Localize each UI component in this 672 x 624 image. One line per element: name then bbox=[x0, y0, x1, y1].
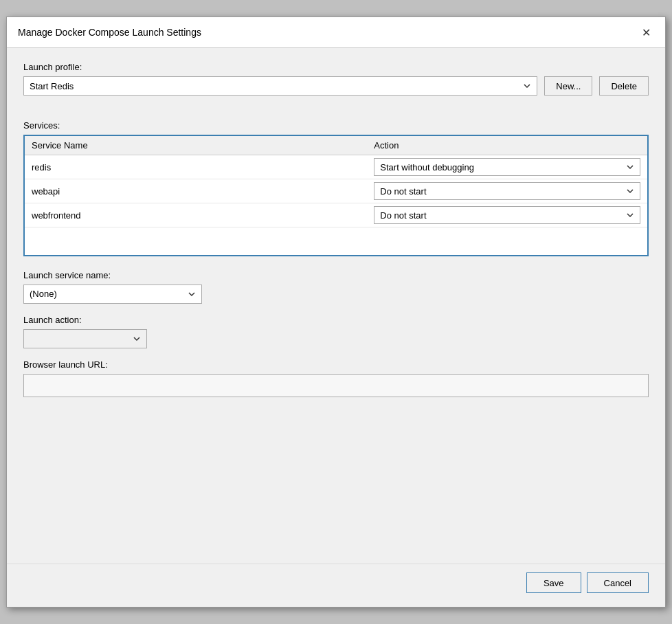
new-button[interactable]: New... bbox=[544, 76, 592, 96]
launch-profile-select[interactable]: Start Redis bbox=[23, 76, 537, 96]
action-cell-webapi[interactable]: Start without debugging Do not start Sta… bbox=[367, 179, 647, 203]
service-name-redis: redis bbox=[25, 155, 367, 179]
browser-url-input[interactable] bbox=[23, 374, 649, 397]
column-header-action: Action bbox=[367, 136, 647, 155]
services-section: Services: Service Name Action redis bbox=[23, 120, 649, 256]
launch-action-select[interactable] bbox=[23, 329, 147, 348]
action-select-redis[interactable]: Start without debugging Do not start Sta… bbox=[374, 158, 640, 176]
launch-profile-section: Launch profile: Start Redis New... Delet… bbox=[23, 62, 649, 109]
title-bar: Manage Docker Compose Launch Settings ✕ bbox=[7, 17, 665, 48]
dialog-footer: Save Cancel bbox=[7, 564, 665, 607]
table-row: webapi Start without debugging Do not st… bbox=[25, 179, 647, 203]
launch-action-label: Launch action: bbox=[23, 315, 649, 325]
launch-service-select[interactable]: (None) bbox=[23, 285, 202, 304]
launch-profile-label: Launch profile: bbox=[23, 62, 649, 72]
dialog: Manage Docker Compose Launch Settings ✕ … bbox=[6, 16, 666, 608]
action-select-webfrontend[interactable]: Start without debugging Do not start Sta… bbox=[374, 206, 640, 224]
launch-action-section: Launch action: bbox=[23, 315, 649, 348]
launch-service-section: Launch service name: (None) bbox=[23, 270, 649, 304]
delete-button[interactable]: Delete bbox=[599, 76, 649, 96]
dialog-body: Launch profile: Start Redis New... Delet… bbox=[7, 48, 665, 564]
services-label: Services: bbox=[23, 120, 649, 131]
table-header-row: Service Name Action bbox=[25, 136, 647, 155]
dialog-title: Manage Docker Compose Launch Settings bbox=[18, 27, 201, 38]
table-row-empty bbox=[25, 227, 647, 255]
services-table: Service Name Action redis Start without … bbox=[25, 136, 647, 255]
close-button[interactable]: ✕ bbox=[638, 24, 654, 41]
service-name-webapi: webapi bbox=[25, 179, 367, 203]
empty-cell-1 bbox=[25, 227, 367, 255]
browser-url-label: Browser launch URL: bbox=[23, 359, 649, 370]
column-header-service: Service Name bbox=[25, 136, 367, 155]
action-select-webapi[interactable]: Start without debugging Do not start Sta… bbox=[374, 182, 640, 200]
action-cell-webfrontend[interactable]: Start without debugging Do not start Sta… bbox=[367, 203, 647, 227]
empty-cell-2 bbox=[367, 227, 647, 255]
table-row: webfrontend Start without debugging Do n… bbox=[25, 203, 647, 227]
save-button[interactable]: Save bbox=[526, 572, 581, 593]
cancel-button[interactable]: Cancel bbox=[587, 572, 649, 593]
service-name-webfrontend: webfrontend bbox=[25, 203, 367, 227]
launch-service-label: Launch service name: bbox=[23, 270, 649, 280]
browser-url-section: Browser launch URL: bbox=[23, 359, 649, 397]
profile-row: Start Redis New... Delete bbox=[23, 76, 649, 96]
services-table-wrapper: Service Name Action redis Start without … bbox=[23, 135, 649, 256]
action-cell-redis[interactable]: Start without debugging Do not start Sta… bbox=[367, 155, 647, 179]
table-row: redis Start without debugging Do not sta… bbox=[25, 155, 647, 179]
